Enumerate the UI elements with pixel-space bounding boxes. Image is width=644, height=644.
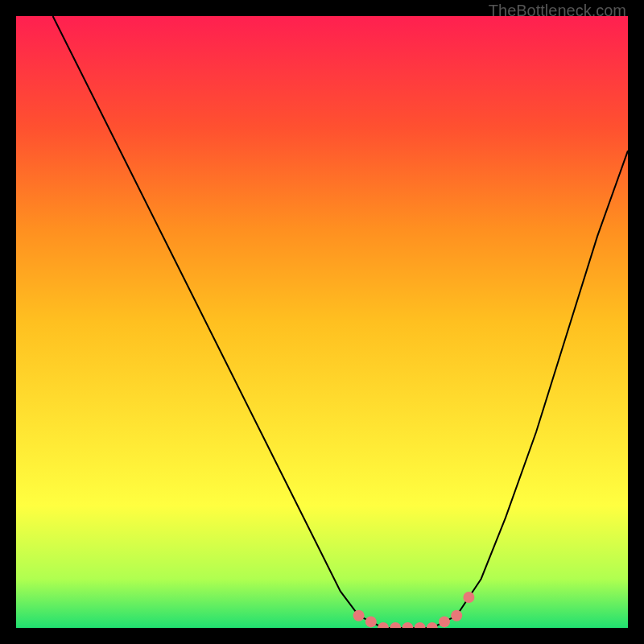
bottleneck-curve — [53, 16, 628, 628]
marker-dot — [439, 616, 450, 627]
marker-dot — [390, 622, 401, 628]
chart-container: TheBottleneck.com — [0, 0, 644, 644]
marker-dot — [353, 610, 365, 621]
watermark-text: TheBottleneck.com — [489, 2, 626, 20]
marker-dot — [365, 616, 377, 627]
marker-dot — [451, 610, 462, 621]
marker-dot — [463, 592, 474, 603]
marker-dot — [415, 622, 426, 628]
marker-dot — [427, 622, 438, 628]
marker-dot — [402, 622, 413, 628]
marker-dot — [378, 622, 389, 628]
chart-svg — [16, 16, 628, 628]
highlight-markers — [353, 592, 475, 628]
